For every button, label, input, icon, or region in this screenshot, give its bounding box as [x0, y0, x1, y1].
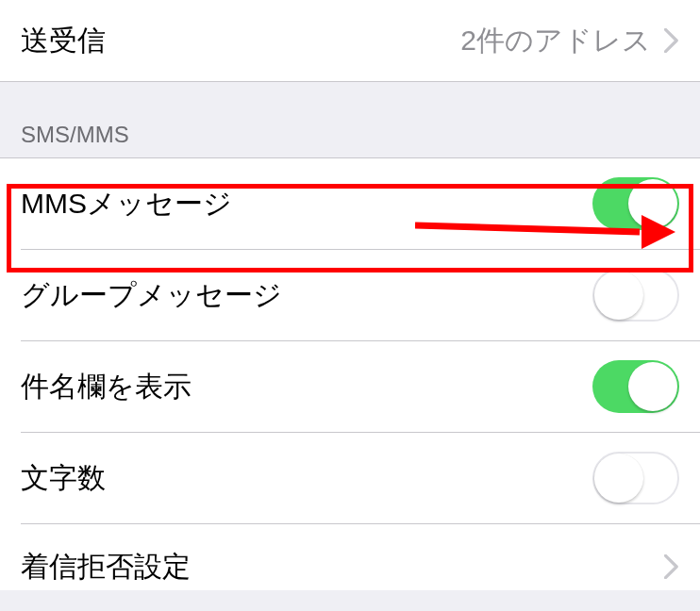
chevron-right-icon [664, 554, 679, 579]
toggle-knob [628, 179, 677, 228]
show-subject-row[interactable]: 件名欄を表示 [0, 341, 700, 432]
show-subject-label: 件名欄を表示 [21, 368, 192, 406]
show-subject-toggle[interactable] [592, 360, 679, 413]
sms-mms-section-header: SMS/MMS [0, 82, 700, 157]
send-receive-right: 2件のアドレス [460, 22, 679, 60]
char-count-row[interactable]: 文字数 [0, 433, 700, 523]
send-receive-row[interactable]: 送受信 2件のアドレス [0, 0, 700, 81]
mms-message-toggle[interactable] [592, 177, 679, 230]
send-receive-label: 送受信 [21, 22, 106, 60]
char-count-toggle[interactable] [592, 452, 679, 504]
group-message-toggle[interactable] [592, 269, 679, 322]
mms-message-label: MMSメッセージ [21, 185, 232, 223]
group-message-row[interactable]: グループメッセージ [0, 250, 700, 340]
toggle-knob [594, 271, 643, 320]
blocked-settings-right [664, 554, 679, 579]
blocked-settings-row[interactable]: 着信拒否設定 [0, 524, 700, 590]
mms-message-row[interactable]: MMSメッセージ [0, 158, 700, 249]
send-receive-value: 2件のアドレス [460, 22, 651, 60]
toggle-knob [594, 454, 643, 503]
char-count-label: 文字数 [21, 459, 106, 498]
chevron-right-icon [664, 28, 679, 53]
toggle-knob [628, 362, 677, 411]
blocked-settings-label: 着信拒否設定 [21, 548, 191, 586]
group-message-label: グループメッセージ [21, 276, 282, 315]
